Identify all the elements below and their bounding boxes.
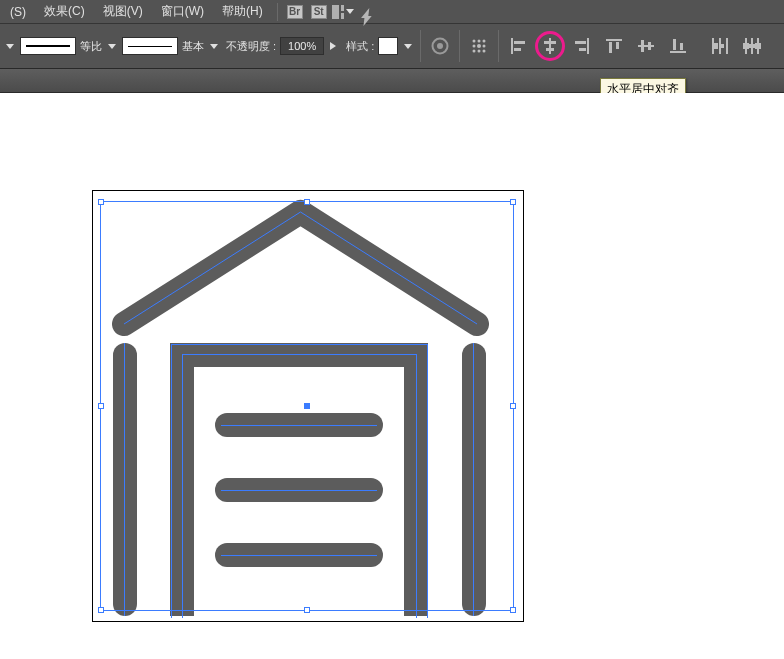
menu-help[interactable]: 帮助(H) xyxy=(214,1,271,22)
opacity-control[interactable]: 不透明度 : 100% xyxy=(224,37,338,55)
horizontal-distribute-center-button[interactable] xyxy=(739,35,765,57)
chevron-down-icon xyxy=(346,9,354,14)
menu-window[interactable]: 窗口(W) xyxy=(153,1,212,22)
align-vcenter-icon xyxy=(638,37,654,55)
menu-effect[interactable]: 效果(C) xyxy=(36,1,93,22)
arrange-documents-button[interactable] xyxy=(332,3,354,21)
svg-rect-1 xyxy=(341,5,344,11)
svg-rect-29 xyxy=(670,51,686,53)
selection-handle-tc[interactable] xyxy=(304,199,310,205)
chevron-down-icon xyxy=(210,44,218,49)
horizontal-align-left-button[interactable] xyxy=(505,35,531,57)
horizontal-align-center-button[interactable] xyxy=(537,35,563,57)
bridge-icon: Br xyxy=(287,5,303,19)
opacity-flyout-icon[interactable] xyxy=(330,42,336,50)
selection-handle-br[interactable] xyxy=(510,607,516,613)
svg-rect-42 xyxy=(755,43,761,49)
stock-icon: St xyxy=(311,5,327,19)
stroke-profile-label: 等比 xyxy=(80,39,102,54)
selection-handle-tr[interactable] xyxy=(510,199,516,205)
svg-rect-2 xyxy=(341,13,344,19)
stock-button[interactable]: St xyxy=(308,3,330,21)
svg-point-4 xyxy=(437,43,443,49)
transform-panel-button[interactable] xyxy=(466,35,492,57)
svg-rect-16 xyxy=(514,48,521,51)
distribute-hleft-icon xyxy=(711,38,729,54)
svg-rect-22 xyxy=(579,48,586,51)
svg-rect-27 xyxy=(641,40,644,52)
chevron-down-icon[interactable] xyxy=(6,44,14,49)
stroke-width-profile-dropdown[interactable]: 等比 xyxy=(20,37,116,55)
svg-rect-18 xyxy=(544,41,556,44)
selection-handle-mr[interactable] xyxy=(510,403,516,409)
selection-bounding-box[interactable] xyxy=(100,201,514,611)
brush-label: 基本 xyxy=(182,39,204,54)
horizontal-distribute-left-button[interactable] xyxy=(707,35,733,57)
opacity-label: 不透明度 : xyxy=(226,39,276,54)
arrange-documents-icon xyxy=(332,5,344,19)
brush-definition-dropdown[interactable]: 基本 xyxy=(122,37,218,55)
svg-point-9 xyxy=(477,44,481,48)
recolor-artwork-button[interactable] xyxy=(427,35,453,57)
graphic-style-control[interactable]: 样式 : xyxy=(344,37,414,55)
svg-rect-31 xyxy=(680,43,683,50)
selection-handle-bc[interactable] xyxy=(304,607,310,613)
align-top-icon xyxy=(606,37,622,55)
svg-point-5 xyxy=(473,40,476,43)
selection-center-point[interactable] xyxy=(304,403,310,409)
color-wheel-icon xyxy=(431,37,449,55)
svg-point-6 xyxy=(478,40,481,43)
svg-point-8 xyxy=(473,45,476,48)
svg-point-11 xyxy=(473,50,476,53)
menu-view[interactable]: 视图(V) xyxy=(95,1,151,22)
options-separator xyxy=(420,30,421,62)
align-left-icon xyxy=(509,38,527,54)
stroke-profile-swatch xyxy=(20,37,76,55)
canvas[interactable] xyxy=(0,93,784,659)
svg-rect-21 xyxy=(575,41,586,44)
graphic-style-label: 样式 : xyxy=(346,39,374,54)
svg-rect-14 xyxy=(511,38,513,54)
opacity-input[interactable]: 100% xyxy=(280,37,324,55)
svg-rect-36 xyxy=(721,44,724,48)
svg-point-10 xyxy=(483,45,486,48)
gpu-preview-button[interactable] xyxy=(356,3,378,21)
svg-rect-32 xyxy=(712,38,714,54)
svg-point-13 xyxy=(483,50,486,53)
svg-rect-0 xyxy=(332,5,339,19)
align-right-icon xyxy=(573,38,591,54)
chevron-down-icon xyxy=(108,44,116,49)
svg-rect-25 xyxy=(616,42,619,49)
chevron-down-icon xyxy=(404,44,412,49)
distribute-hcenter-icon xyxy=(743,38,761,54)
vertical-align-center-button[interactable] xyxy=(633,35,659,57)
selection-handle-ml[interactable] xyxy=(98,403,104,409)
svg-rect-35 xyxy=(714,43,718,49)
selection-handle-tl[interactable] xyxy=(98,199,104,205)
svg-rect-19 xyxy=(546,48,554,51)
selection-handle-bl[interactable] xyxy=(98,607,104,613)
svg-rect-40 xyxy=(743,43,749,49)
horizontal-align-right-button[interactable] xyxy=(569,35,595,57)
align-bottom-icon xyxy=(670,37,686,55)
svg-rect-28 xyxy=(648,42,651,50)
bridge-button[interactable]: Br xyxy=(284,3,306,21)
svg-rect-24 xyxy=(609,42,612,53)
svg-rect-26 xyxy=(638,45,654,47)
vertical-align-bottom-button[interactable] xyxy=(665,35,691,57)
options-separator xyxy=(459,30,460,62)
menubar: (S) 效果(C) 视图(V) 窗口(W) 帮助(H) Br St xyxy=(0,0,784,24)
lightning-icon xyxy=(361,8,371,18)
menu-s[interactable]: (S) xyxy=(2,3,34,21)
svg-rect-20 xyxy=(587,38,589,54)
svg-rect-15 xyxy=(514,41,525,44)
svg-rect-17 xyxy=(549,38,551,54)
vertical-align-top-button[interactable] xyxy=(601,35,627,57)
options-bar: 等比 基本 不透明度 : 100% 样式 : xyxy=(0,24,784,69)
menu-separator xyxy=(277,3,278,21)
svg-rect-34 xyxy=(726,38,728,54)
svg-rect-30 xyxy=(673,39,676,50)
graphic-style-swatch xyxy=(378,37,398,55)
svg-rect-23 xyxy=(606,39,622,41)
svg-rect-33 xyxy=(719,38,721,54)
